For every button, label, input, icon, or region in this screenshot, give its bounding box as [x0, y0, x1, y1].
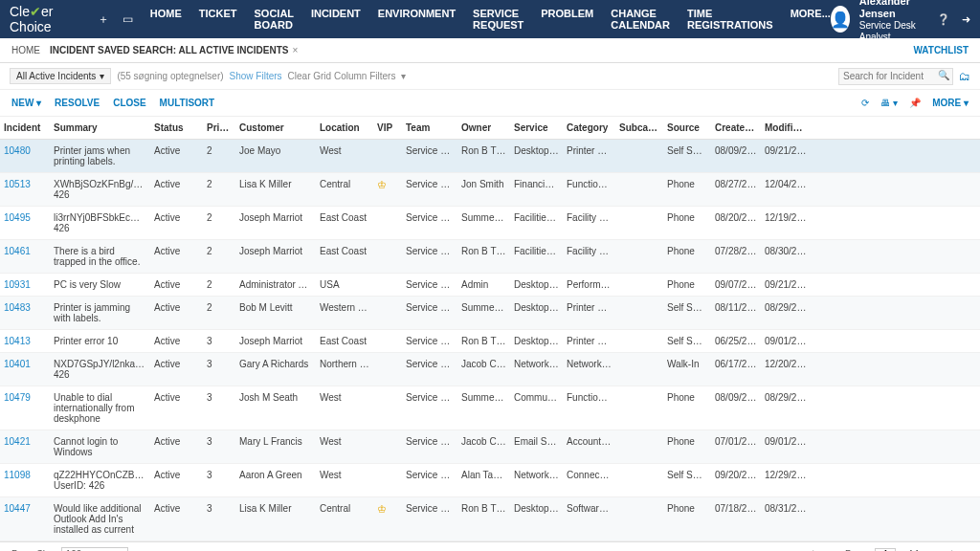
nav-time-reg[interactable]: TIME REGISTRATIONS — [687, 8, 773, 31]
chat-icon[interactable]: ▭ — [121, 11, 136, 27]
nav-service-request[interactable]: SERVICE REQUEST — [473, 8, 523, 31]
cell-team: Service Desk — [402, 330, 457, 353]
table-row[interactable]: 11098qZ22HHYCOnCZBJygDrSNlQm... UserID: … — [0, 464, 980, 497]
incident-link[interactable]: 11098 — [4, 470, 31, 480]
nav-environment[interactable]: ENVIRONMENT — [378, 8, 456, 31]
pin-icon[interactable]: 📌 — [909, 98, 921, 108]
vip-icon — [373, 274, 402, 297]
cell-priority: 3 — [203, 330, 235, 353]
table-row[interactable]: 10483Printer is jamming with labels.Acti… — [0, 297, 980, 330]
vip-icon — [373, 464, 402, 497]
table-row[interactable]: 10413Printer error 10Active3Joseph Marri… — [0, 330, 980, 353]
cell-team: Service Desk — [402, 207, 457, 240]
incident-link[interactable]: 10483 — [4, 302, 31, 313]
new-button[interactable]: NEW ▾ — [11, 98, 41, 108]
cell-source: Self Service — [663, 297, 711, 330]
cell-created: 08/09/2022 ... — [711, 140, 761, 173]
vip-icon — [373, 297, 402, 330]
search-icon[interactable]: 🔍 — [938, 70, 949, 80]
crumb-home[interactable]: HOME — [11, 45, 40, 55]
view-dropdown[interactable]: All Active Incidents ▾ — [10, 68, 111, 84]
more-dropdown[interactable]: MORE ▾ — [932, 98, 969, 108]
nav-ticket[interactable]: TICKET — [199, 8, 237, 31]
incident-link[interactable]: 10513 — [4, 179, 31, 189]
incident-link[interactable]: 10931 — [4, 279, 31, 290]
table-row[interactable]: 10447Would like additional Outlook Add I… — [0, 497, 980, 541]
cell-created: 09/07/2022 ... — [711, 274, 761, 297]
refresh-icon[interactable]: ⟳ — [861, 98, 869, 108]
page-size-select[interactable]: 100▾ — [61, 547, 128, 552]
cell-priority: 2 — [203, 240, 235, 274]
watchlist-link[interactable]: WATCHLIST — [913, 45, 969, 55]
cell-source: Self Service — [663, 140, 711, 173]
cell-service: Network Servi... — [510, 353, 563, 386]
incident-link[interactable]: 10401 — [4, 359, 31, 369]
cell-modified: 09/01/2022 ... — [761, 330, 811, 353]
cell-status: Active — [150, 353, 203, 386]
nav-social[interactable]: SOCIAL BOARD — [255, 8, 294, 31]
cell-owner: Summer Davis — [457, 386, 510, 430]
table-row[interactable]: 10401NXD7GSpJY/l2nkabo9B1kg4E9... 426Act… — [0, 353, 980, 386]
cell-modified: 12/29/2023 ... — [761, 464, 811, 497]
cell-service: Desktop Servi... — [510, 140, 563, 173]
cell-location: Western Europe — [316, 297, 373, 330]
table-row[interactable]: 10480Printer jams when printing labels.A… — [0, 140, 980, 173]
incident-link[interactable]: 10413 — [4, 336, 31, 346]
incident-link[interactable]: 10479 — [4, 392, 31, 403]
cell-summary: qZ22HHYCOnCZBJygDrSNlQm... UserID: 426 — [50, 464, 150, 497]
logout-icon[interactable]: ➜ — [962, 13, 970, 26]
close-button[interactable]: CLOSE — [113, 98, 145, 108]
avatar[interactable]: 👤 — [831, 6, 850, 33]
incident-link[interactable]: 10495 — [4, 212, 31, 223]
table-row[interactable]: 10461There is a bird trapped in the offi… — [0, 240, 980, 274]
add-icon[interactable]: ＋ — [96, 11, 111, 27]
print-icon[interactable]: 🖶 ▾ — [880, 98, 898, 108]
incident-link[interactable]: 10421 — [4, 436, 31, 447]
vip-icon: ♔ — [373, 497, 402, 541]
nav-incident[interactable]: INCIDENT — [311, 8, 361, 31]
nav-more[interactable]: MORE... — [791, 8, 831, 31]
resolve-button[interactable]: RESOLVE — [55, 98, 100, 108]
user-name: Alexander Jensen — [859, 0, 918, 20]
cell-location: Central — [316, 497, 373, 541]
table-row[interactable]: 10421Cannot login to WindowsActive3Mary … — [0, 430, 980, 464]
table-row[interactable]: 10931PC is very SlowActive2Administrator… — [0, 274, 980, 297]
search-input[interactable] — [838, 68, 953, 85]
vip-icon — [373, 140, 402, 173]
table-row[interactable]: 10479Unable to dial internationally from… — [0, 386, 980, 430]
show-filters[interactable]: Show Filters — [230, 71, 282, 81]
filter-chevron-icon[interactable]: ▾ — [401, 71, 406, 81]
table-row[interactable]: 10513XWhBjSOzKFnBg/g6XmD+sX1... 426Activ… — [0, 173, 980, 207]
cell-status: Active — [150, 173, 203, 207]
cell-created: 07/18/2022 ... — [711, 497, 761, 541]
cell-location: West — [316, 430, 373, 464]
table-header[interactable]: IncidentSummaryStatusPriorityCustomerLoc… — [0, 117, 980, 140]
incident-link[interactable]: 10447 — [4, 503, 31, 514]
crumb-page[interactable]: INCIDENT SAVED SEARCH: ALL ACTIVE INCIDE… — [50, 45, 288, 55]
cell-customer: Bob M Levitt — [235, 297, 316, 330]
help-icon[interactable]: ❔ — [937, 13, 950, 26]
cell-modified: 09/21/2022 ... — [761, 274, 811, 297]
cell-source: Phone — [663, 430, 711, 464]
page-input[interactable] — [875, 548, 896, 552]
cell-location: Northern Euro... — [316, 353, 373, 386]
folder-icon[interactable]: 🗂 — [959, 70, 970, 83]
table-row[interactable]: 10495li3rrNYj0BFSbkEcmdJ4CHtWF... 426Act… — [0, 207, 980, 240]
cell-modified: 09/21/2022 ... — [761, 140, 811, 173]
cell-summary: Printer jams when printing labels. — [50, 140, 150, 173]
nav-problem[interactable]: PROBLEM — [541, 8, 593, 31]
clear-grid-filters[interactable]: Clear Grid Column Filters — [288, 71, 396, 81]
cell-summary: There is a bird trapped in the office. — [50, 240, 150, 274]
multisort-button[interactable]: MULTISORT — [160, 98, 215, 108]
cell-modified: 08/31/2022 ... — [761, 497, 811, 541]
cell-owner: Alan Taylor — [457, 464, 510, 497]
user-role: Service Desk Analyst — [859, 20, 918, 43]
nav-home[interactable]: HOME — [150, 8, 182, 31]
nav-change-calendar[interactable]: CHANGE CALENDAR — [611, 8, 670, 31]
incident-link[interactable]: 10480 — [4, 145, 31, 156]
close-tab-icon[interactable]: × — [292, 45, 298, 55]
cell-service: Facilities Man... — [510, 207, 563, 240]
incident-link[interactable]: 10461 — [4, 246, 31, 256]
vip-icon: ♔ — [373, 173, 402, 207]
cell-priority: 2 — [203, 207, 235, 240]
